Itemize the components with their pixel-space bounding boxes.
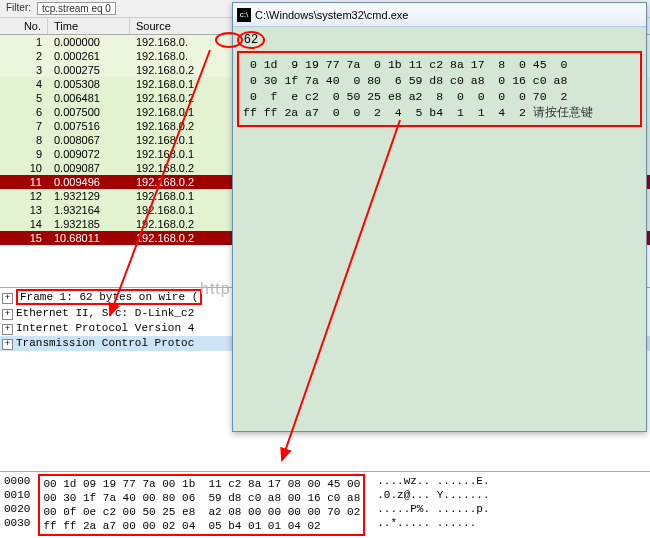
- cmd-title-text: C:\Windows\system32\cmd.exe: [255, 9, 408, 21]
- filter-label: Filter:: [6, 2, 31, 15]
- col-source[interactable]: Source: [130, 18, 238, 34]
- cmd-hex-output: 0 1d 9 19 77 7a 0 1b 11 c2 8a 17 8 0 45 …: [237, 51, 642, 127]
- expand-icon[interactable]: +: [2, 293, 13, 304]
- cmd-titlebar[interactable]: c:\ C:\Windows\system32\cmd.exe: [233, 3, 646, 27]
- expand-icon[interactable]: +: [2, 339, 13, 350]
- col-no[interactable]: No.: [0, 18, 48, 34]
- filter-input[interactable]: tcp.stream eq 0: [37, 2, 116, 15]
- expand-icon[interactable]: +: [2, 324, 13, 335]
- expand-icon[interactable]: +: [2, 309, 13, 320]
- hex-dump-pane: 0000001000200030 00 1d 09 19 77 7a 00 1b…: [0, 471, 650, 538]
- cmd-body: 62 0 1d 9 19 77 7a 0 1b 11 c2 8a 17 8 0 …: [233, 27, 646, 131]
- oval-annotation: [215, 32, 243, 48]
- cmd-icon: c:\: [237, 8, 251, 22]
- hex-ascii: ....wz.. ......E..0.z@... Y............P…: [377, 474, 489, 536]
- cmd-window[interactable]: c:\ C:\Windows\system32\cmd.exe 62 0 1d …: [232, 2, 647, 432]
- col-time[interactable]: Time: [48, 18, 130, 34]
- hex-offsets: 0000001000200030: [4, 474, 30, 536]
- hex-bytes-box: 00 1d 09 19 77 7a 00 1b 11 c2 8a 17 08 0…: [38, 474, 365, 536]
